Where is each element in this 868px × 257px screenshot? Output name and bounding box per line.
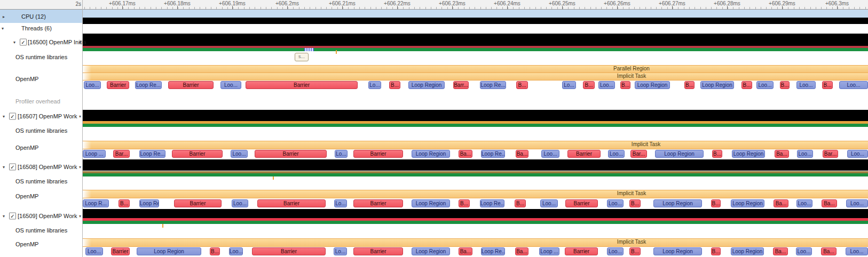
barrier-block[interactable]: Barrier bbox=[567, 150, 601, 158]
cpu-usage-bar[interactable] bbox=[83, 18, 868, 24]
loop-region-block[interactable]: Loop Region bbox=[700, 81, 734, 89]
barrier-block[interactable]: Bar... bbox=[630, 150, 647, 158]
timeline-ruler[interactable]: 2s +606.17ms+606.18ms+606.19ms+606.2ms+6… bbox=[0, 0, 868, 10]
loop-region-block[interactable]: Loo... bbox=[847, 150, 868, 158]
sidebar-row[interactable]: Profiler overhead bbox=[0, 97, 82, 106]
barrier-block[interactable]: Barrier bbox=[565, 247, 598, 255]
loop-region-block[interactable]: Loop Region bbox=[653, 199, 702, 207]
barrier-block[interactable]: B... bbox=[712, 150, 722, 158]
barrier-block[interactable]: Ba... bbox=[515, 247, 528, 255]
loop-region-block[interactable]: Loo... bbox=[598, 81, 615, 89]
thread-checkbox[interactable]: ✓ bbox=[20, 38, 27, 45]
loop-region-block[interactable]: Loop Region bbox=[731, 199, 764, 207]
region-band[interactable] bbox=[83, 238, 868, 247]
loop-region-block[interactable]: Loo... bbox=[608, 150, 625, 158]
thread-activity-bar[interactable] bbox=[83, 159, 868, 171]
loop-region-block[interactable]: Loo... bbox=[540, 199, 558, 207]
loop-region-block[interactable]: Lo... bbox=[368, 81, 381, 89]
sidebar-row[interactable]: ▾✓[16508] OpenMP Work▾ bbox=[0, 162, 82, 171]
barrier-block[interactable]: Ba... bbox=[459, 247, 472, 255]
barrier-block[interactable]: Barrier bbox=[174, 199, 222, 207]
loop-region-block[interactable]: Loo... bbox=[839, 81, 868, 89]
sidebar-row[interactable]: OpenMP bbox=[0, 74, 82, 83]
loop-region-block[interactable]: Loop ... bbox=[83, 150, 106, 158]
sidebar-row[interactable]: OpenMP bbox=[0, 143, 82, 152]
loop-region-block[interactable]: Loop Re... bbox=[139, 150, 165, 158]
loop-region-block[interactable]: Loop Re... bbox=[139, 199, 159, 207]
thread-checkbox[interactable]: ✓ bbox=[9, 212, 16, 219]
sidebar-row[interactable]: OS runtime libraries bbox=[0, 226, 82, 235]
loop-region-block[interactable]: Loo... bbox=[84, 81, 101, 89]
loop-region-block[interactable]: Loo... bbox=[607, 247, 624, 255]
barrier-block[interactable]: Ba... bbox=[774, 199, 788, 207]
dropdown-arrow-icon[interactable]: ▾ bbox=[79, 213, 81, 218]
barrier-block[interactable]: Ba... bbox=[773, 247, 788, 255]
barrier-block[interactable]: Barrier bbox=[255, 150, 327, 158]
loop-region-block[interactable]: Loop Region bbox=[655, 150, 704, 158]
loop-region-block[interactable]: Lo... bbox=[334, 199, 347, 207]
loop-region-block[interactable]: Loo... bbox=[231, 150, 248, 158]
loop-region-block[interactable]: Loop Re... bbox=[480, 199, 504, 207]
barrier-block[interactable]: B... bbox=[583, 81, 595, 89]
loop-region-block[interactable]: Lo... bbox=[335, 150, 348, 158]
dropdown-arrow-icon[interactable]: ▾ bbox=[79, 39, 81, 44]
barrier-block[interactable]: Barrier bbox=[107, 81, 129, 89]
loop-region-block[interactable]: Loop Region bbox=[412, 150, 450, 158]
loop-region-block[interactable]: Loo... bbox=[607, 199, 624, 207]
barrier-block[interactable]: Barrier bbox=[111, 247, 130, 255]
barrier-block[interactable]: B... bbox=[711, 199, 721, 207]
barrier-block[interactable]: Bar... bbox=[823, 150, 838, 158]
barrier-block[interactable]: Barrier bbox=[565, 199, 598, 207]
barrier-block[interactable]: Bar... bbox=[113, 150, 130, 158]
loop-region-block[interactable]: Loo... bbox=[229, 247, 243, 255]
loop-region-block[interactable]: Loo... bbox=[796, 81, 816, 89]
loop-region-block[interactable]: Loop Region bbox=[731, 247, 764, 255]
barrier-block[interactable]: B... bbox=[822, 81, 833, 89]
timeline-stage[interactable]: Parallel RegionImplicit Tasks...Loo...Ba… bbox=[0, 0, 868, 257]
barrier-block[interactable]: B... bbox=[629, 199, 641, 207]
loop-region-block[interactable]: Loop Region bbox=[732, 150, 765, 158]
loop-region-block[interactable]: Loop Re... bbox=[135, 81, 162, 89]
sidebar-row[interactable]: OpenMP bbox=[0, 239, 82, 248]
thread-checkbox[interactable]: ✓ bbox=[9, 113, 16, 119]
barrier-block[interactable]: Barr... bbox=[453, 81, 469, 89]
loop-region-block[interactable]: Loo... bbox=[846, 247, 868, 255]
barrier-block[interactable]: Ba... bbox=[775, 150, 789, 158]
thread-activity-bar[interactable] bbox=[83, 110, 868, 121]
expand-triangle-icon[interactable]: ▸ bbox=[3, 14, 5, 19]
loop-region-block[interactable]: Loo... bbox=[756, 81, 774, 89]
loop-region-block[interactable]: Loo... bbox=[846, 199, 868, 207]
sidebar-row[interactable]: OS runtime libraries bbox=[0, 52, 82, 61]
loop-region-block[interactable]: Loop Re... bbox=[481, 150, 505, 158]
barrier-block[interactable]: Barrier bbox=[168, 81, 214, 89]
region-band[interactable] bbox=[83, 190, 868, 198]
thread-activity-bar[interactable] bbox=[83, 209, 868, 218]
loop-region-block[interactable]: Loo... bbox=[797, 150, 813, 158]
barrier-block[interactable]: B... bbox=[684, 81, 695, 89]
loop-region-block[interactable]: Loop Region bbox=[412, 247, 450, 255]
sidebar-row[interactable]: OS runtime libraries bbox=[0, 176, 82, 186]
loop-region-block[interactable]: Lo... bbox=[562, 81, 576, 89]
region-band[interactable] bbox=[83, 141, 868, 149]
sidebar-row[interactable]: OS runtime libraries bbox=[0, 126, 82, 135]
thread-activity-bar[interactable] bbox=[83, 34, 868, 46]
loop-region-block[interactable]: Loop Re... bbox=[481, 247, 505, 255]
sidebar-row[interactable]: ▾✓[16509] OpenMP Work▾ bbox=[0, 211, 82, 220]
barrier-block[interactable]: B... bbox=[741, 81, 752, 89]
barrier-block[interactable]: B... bbox=[515, 199, 526, 207]
dropdown-arrow-icon[interactable]: ▾ bbox=[79, 164, 81, 169]
barrier-block[interactable]: B... bbox=[516, 81, 528, 89]
barrier-block[interactable]: Barrier bbox=[353, 199, 403, 207]
collapse-triangle-icon[interactable]: ▾ bbox=[3, 164, 5, 169]
collapse-triangle-icon[interactable]: ▾ bbox=[13, 39, 15, 44]
loop-region-block[interactable]: Loop ... bbox=[539, 247, 559, 255]
barrier-block[interactable]: Ba... bbox=[822, 199, 837, 207]
region-band[interactable] bbox=[83, 65, 868, 73]
barrier-block[interactable]: B... bbox=[210, 247, 220, 255]
barrier-block[interactable]: Barrier bbox=[353, 150, 403, 158]
barrier-block[interactable]: Barrier bbox=[246, 81, 358, 89]
loop-region-block[interactable]: Loop Region bbox=[653, 247, 702, 255]
loop-region-block[interactable]: Loop Region bbox=[635, 81, 670, 89]
loop-region-block[interactable]: Loo... bbox=[796, 247, 812, 255]
barrier-block[interactable]: Barrier bbox=[353, 247, 403, 255]
